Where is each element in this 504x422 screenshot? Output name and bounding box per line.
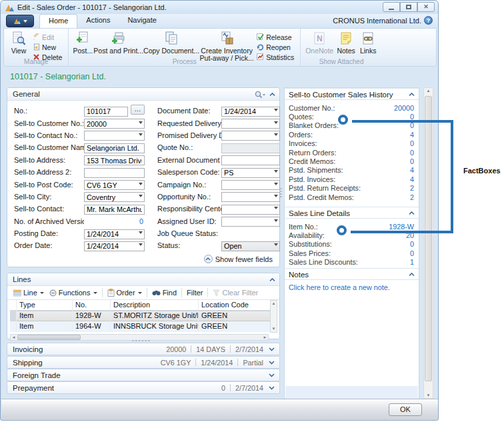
release-button[interactable]: Release — [254, 32, 297, 42]
factbox-value-link[interactable]: 1 — [410, 258, 414, 266]
sell-to-contact-no-input[interactable] — [84, 131, 145, 141]
sell-to-customer-name-input[interactable] — [84, 143, 145, 153]
scroll-left-icon[interactable]: ◄ — [11, 335, 17, 340]
expand-chevron-down-icon[interactable] — [269, 373, 275, 377]
cell-type[interactable]: Item — [17, 311, 73, 321]
show-fewer-fields-button[interactable]: Show fewer fields — [204, 255, 273, 263]
grid-vertical-scrollbar[interactable]: ▲ ▼ — [270, 300, 277, 333]
create-note-link[interactable]: Click here to create a new note. — [289, 283, 390, 291]
assigned-user-id-input[interactable] — [221, 217, 280, 227]
sell-to-address-2-input[interactable] — [84, 168, 145, 178]
status-input[interactable] — [221, 241, 280, 251]
copy-document-button[interactable]: Copy Document... — [143, 30, 199, 55]
factbox-value-link[interactable]: 4 — [410, 175, 414, 183]
table-row[interactable]: Item 1928-W ST.MORITZ Storage Unit/Drawe… — [10, 311, 271, 321]
dropdown-arrow-icon[interactable] — [274, 109, 278, 111]
dropdown-arrow-icon[interactable] — [139, 133, 143, 136]
document-date-input[interactable] — [221, 107, 280, 117]
create-inventory-putaway-pick-button[interactable]: Create Inventory Put-away / Pick... — [199, 30, 254, 61]
collapse-chevron-up-icon[interactable] — [269, 93, 275, 97]
expand-chevron-down-icon[interactable] — [269, 347, 275, 351]
cell-type[interactable]: Item — [17, 321, 73, 332]
sell-to-post-code-input[interactable] — [84, 180, 145, 190]
archived-versions-link[interactable]: 0 — [84, 217, 145, 225]
dropdown-arrow-icon[interactable] — [274, 170, 278, 173]
order-menu-button[interactable]: Order — [105, 287, 145, 299]
dropdown-arrow-icon[interactable] — [274, 195, 278, 197]
expand-chevron-down-icon[interactable] — [269, 386, 275, 390]
factbox-sales-line-details-header[interactable]: Sales Line Details — [285, 207, 419, 219]
application-menu-button[interactable] — [6, 15, 34, 27]
sell-to-contact-input[interactable] — [84, 205, 145, 215]
expand-chevron-down-icon[interactable] — [269, 361, 275, 365]
responsibility-center-input[interactable] — [221, 205, 280, 215]
cell-no[interactable]: 1928-W — [73, 311, 111, 321]
post-button[interactable]: Post... — [72, 30, 93, 55]
posting-date-input[interactable] — [84, 229, 145, 239]
factbox-sales-history-header[interactable]: Sell-to Customer Sales History — [285, 88, 419, 100]
new-button[interactable]: New — [30, 42, 65, 52]
factbox-value-link[interactable]: 2 — [410, 184, 414, 192]
column-header-type[interactable]: Type — [17, 300, 73, 311]
help-icon[interactable]: ? — [424, 16, 433, 25]
fasttab-foreign-trade[interactable]: Foreign Trade — [7, 369, 280, 381]
cell-description[interactable]: ST.MORITZ Storage Unit/Drawers — [111, 311, 199, 321]
dropdown-arrow-icon[interactable] — [274, 133, 278, 136]
scroll-down-icon[interactable]: ▼ — [424, 393, 433, 397]
factbox-value-link[interactable]: 20000 — [394, 104, 414, 112]
external-document-no-input[interactable] — [221, 155, 280, 165]
filter-button[interactable]: Filter — [184, 287, 205, 299]
dropdown-arrow-icon[interactable] — [274, 219, 278, 222]
factbox-value-link[interactable]: 0 — [410, 121, 414, 129]
sell-to-address-input[interactable] — [84, 155, 145, 165]
collapse-chevron-up-icon[interactable] — [269, 278, 275, 282]
find-magnifier-icon[interactable] — [255, 91, 265, 99]
factbox-notes-header[interactable]: Notes — [285, 268, 419, 280]
scrollbar-thumb[interactable] — [17, 335, 81, 340]
fasttab-invoicing[interactable]: Invoicing 20000 14 DAYS 2/7/2014 — [7, 343, 280, 355]
factbox-splitter-handle[interactable]: •••• — [280, 187, 283, 198]
cell-location-code[interactable]: GREEN — [199, 311, 267, 321]
fasttab-shipping[interactable]: Shipping CV6 1GY 1/24/2014 Partial — [7, 356, 280, 369]
factbox-value-link[interactable]: 2 — [410, 193, 414, 201]
cell-description[interactable]: INNSBRUCK Storage Unit/G.Door — [111, 321, 199, 332]
tab-actions[interactable]: Actions — [77, 14, 119, 28]
minimize-button[interactable] — [383, 2, 400, 12]
view-button[interactable]: View — [7, 30, 30, 55]
scroll-up-icon[interactable]: ▲ — [272, 301, 276, 307]
column-header-description[interactable]: Description — [111, 300, 199, 311]
requested-delivery-date-input[interactable] — [221, 119, 280, 129]
titlebar[interactable]: Edit - Sales Order - 101017 - Selangoria… — [1, 1, 438, 14]
links-button[interactable]: Links — [357, 30, 379, 55]
edit-button[interactable]: Edit — [30, 32, 65, 42]
sell-to-customer-no-input[interactable] — [84, 119, 145, 129]
general-fasttab-header[interactable]: General — [7, 88, 279, 101]
notes-button[interactable]: Notes — [335, 30, 357, 55]
dropdown-arrow-icon[interactable] — [274, 207, 278, 209]
lines-fasttab-header[interactable]: Lines — [7, 273, 279, 286]
row-selector[interactable] — [10, 321, 17, 332]
scroll-down-icon[interactable]: ▼ — [272, 326, 276, 332]
dropdown-arrow-icon[interactable] — [139, 243, 143, 246]
post-and-print-button[interactable]: Post and Print... — [93, 30, 143, 55]
factbox-value-link[interactable]: 0 — [410, 149, 414, 157]
dropdown-arrow-icon[interactable] — [274, 121, 278, 124]
campaign-no-input[interactable] — [221, 180, 280, 190]
factbox-value-link[interactable]: 4 — [410, 166, 414, 174]
tab-home[interactable]: Home — [39, 14, 77, 28]
assist-edit-button[interactable]: … — [131, 105, 145, 115]
scrollbar-thumb[interactable] — [425, 96, 432, 381]
dropdown-arrow-icon[interactable] — [139, 195, 143, 197]
cell-location-code[interactable]: GREEN — [199, 321, 267, 332]
functions-menu-button[interactable]: Functions — [47, 287, 100, 299]
column-header-no[interactable]: No. — [73, 300, 111, 311]
fasttab-prepayment[interactable]: Prepayment 0 2/7/2014 — [7, 381, 280, 394]
tab-navigate[interactable]: Navigate — [119, 14, 165, 28]
factbox-value-link[interactable]: 1928-W — [389, 223, 414, 231]
onenote-button[interactable]: N OneNote — [304, 30, 335, 55]
collapse-chevron-up-icon[interactable] — [409, 93, 415, 97]
dropdown-arrow-icon[interactable] — [274, 183, 278, 185]
column-header-location-code[interactable]: Location Code — [199, 300, 267, 311]
table-row[interactable]: Item 1964-W INNSBRUCK Storage Unit/G.Doo… — [10, 321, 271, 332]
factbox-value-link[interactable]: 0 — [410, 139, 414, 147]
